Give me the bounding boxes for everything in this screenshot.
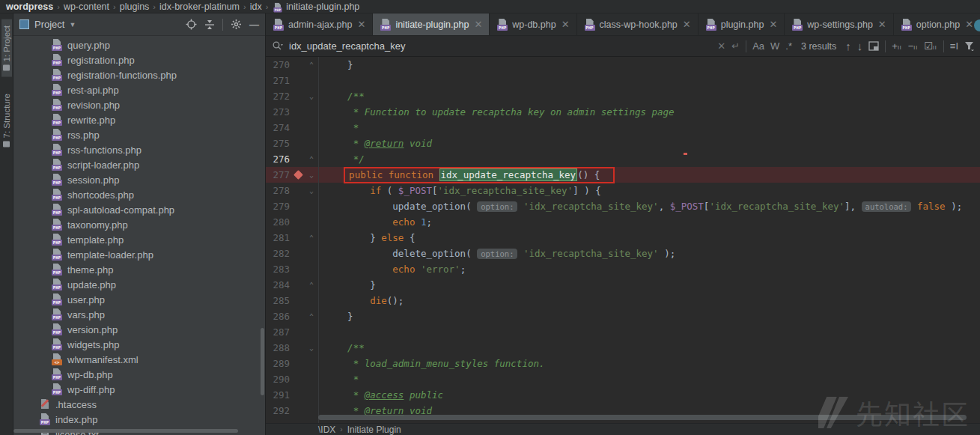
search-icon[interactable] [272, 40, 283, 52]
tree-file-item[interactable]: PHPversion.php [13, 322, 265, 337]
project-panel-title[interactable]: Project [34, 19, 64, 30]
tree-file-item[interactable]: PHPupdate.php [13, 277, 265, 292]
tree-file-item[interactable]: .htaccess [13, 397, 265, 412]
fold-marker-icon[interactable]: ⌄ [305, 183, 318, 198]
tree-file-item[interactable]: <>wlwmanifest.xml [13, 352, 265, 367]
project-horizontal-scrollbar[interactable] [13, 429, 238, 433]
code-line[interactable]: 282 delete_option( option: 'idx_recaptch… [266, 246, 980, 261]
breadcrumb-item[interactable]: wp-content [64, 1, 109, 12]
close-icon[interactable]: ✕ [769, 19, 777, 30]
code-line[interactable]: 274 * [266, 120, 980, 136]
open-in-find-window-icon[interactable] [868, 41, 879, 51]
tree-file-item[interactable]: PHPwidgets.php [13, 337, 265, 352]
code-line[interactable]: 279 update_option( option: 'idx_recaptch… [266, 198, 980, 214]
close-icon[interactable]: ✕ [561, 19, 570, 30]
tree-file-item[interactable]: PHPsession.php [13, 172, 265, 187]
filter-search-results-icon[interactable] [964, 41, 974, 51]
tree-file-item[interactable]: PHPrss-functions.php [13, 142, 265, 157]
code-line[interactable]: 277⌄ public function idx_update_recaptch… [266, 167, 980, 183]
tree-file-item[interactable]: PHPregistration.php [13, 52, 265, 67]
close-icon[interactable]: ✕ [965, 19, 973, 30]
close-icon[interactable]: ✕ [357, 19, 365, 30]
code-line[interactable]: 287 [266, 324, 980, 340]
tree-file-item[interactable]: PHPrewrite.php [13, 112, 265, 127]
editor-tab[interactable]: PHPinitiate-plugin.php✕ [373, 13, 490, 35]
next-occurrence-icon[interactable]: ↓ [857, 40, 863, 52]
tree-file-item[interactable]: PHPrest-api.php [13, 82, 265, 97]
tree-file-item[interactable]: PHPindex.php [13, 412, 265, 427]
locate-file-icon[interactable] [186, 19, 197, 30]
breadcrumb-namespace[interactable]: \IDX [318, 425, 335, 435]
clear-search-icon[interactable]: ✕ [717, 40, 725, 52]
fold-marker-icon[interactable]: ⌃ [305, 277, 318, 293]
tree-file-item[interactable]: PHPregistration-functions.php [13, 67, 265, 82]
code-line[interactable]: 288⌄ /** [266, 340, 980, 356]
editor-tab[interactable]: PHPoption.php✕ [894, 13, 980, 35]
tree-file-item[interactable]: PHPuser.php [13, 292, 265, 307]
code-line[interactable]: 290 * [266, 371, 980, 387]
project-vertical-scrollbar[interactable] [261, 328, 264, 395]
breadcrumb-item[interactable]: initiate-plugin.php [286, 1, 359, 12]
editor-tab[interactable]: PHPwp-db.php✕ [490, 13, 576, 35]
fold-marker-icon[interactable]: ⌃ [305, 419, 318, 423]
breadcrumb-item[interactable]: idx [250, 1, 262, 12]
tree-file-item[interactable]: PHPquery.php [13, 37, 265, 52]
tree-file-item[interactable]: PHPtaxonomy.php [13, 217, 265, 232]
editor-tab[interactable]: PHPplugin.php✕ [699, 13, 785, 35]
gear-icon[interactable] [231, 19, 242, 30]
close-icon[interactable]: ✕ [878, 19, 886, 30]
code-editor[interactable]: 270⌃ }271272⌄ /**273 * Function to updat… [266, 57, 980, 423]
tree-file-item[interactable]: PHPwp-diff.php [13, 382, 265, 397]
fold-marker-icon[interactable]: ⌃ [305, 57, 318, 73]
fold-marker-icon[interactable]: ⌃ [305, 308, 318, 324]
tree-file-item[interactable]: PHPrss.php [13, 127, 265, 142]
code-line[interactable]: 271 [266, 73, 980, 88]
match-case-toggle[interactable]: Aa [752, 40, 764, 52]
code-line[interactable]: 285 die(); [266, 293, 980, 308]
fold-marker-icon[interactable]: ⌄ [305, 167, 318, 183]
filter-lines-icon[interactable]: ≡I [950, 40, 958, 52]
code-line[interactable]: 275 * @return void [266, 136, 980, 151]
code-line[interactable]: 281⌃ } else { [266, 230, 980, 246]
code-line[interactable]: 280 echo 1; [266, 214, 980, 230]
chevron-down-icon[interactable]: ▼ [69, 21, 76, 28]
fold-marker-icon[interactable]: ⌃ [305, 151, 318, 167]
code-line[interactable]: 283 echo 'error'; [266, 261, 980, 277]
search-input[interactable]: idx_update_recaptcha_key [289, 40, 711, 52]
fold-marker-icon[interactable]: ⌄ [305, 340, 318, 356]
editor-tab[interactable]: PHPclass-wp-hook.php✕ [577, 13, 699, 35]
breakpoint-diamond-icon[interactable] [293, 170, 303, 180]
select-all-occurrences-icon[interactable]: ☑II [924, 40, 937, 52]
breadcrumb-item[interactable]: plugins [120, 1, 150, 12]
breakpoint-gutter[interactable] [293, 167, 305, 183]
code-line[interactable]: 273 * Function to update recaptcha key o… [266, 104, 980, 120]
collapse-all-icon[interactable] [204, 19, 215, 30]
tree-file-item[interactable]: PHPshortcodes.php [13, 187, 265, 202]
editor-horizontal-scrollbar[interactable] [318, 415, 967, 420]
newline-icon[interactable]: ↵ [731, 40, 740, 52]
close-icon[interactable]: ✕ [683, 19, 691, 30]
hide-panel-icon[interactable]: — [249, 19, 259, 30]
code-line[interactable]: 291 * @access public [266, 387, 980, 403]
close-icon[interactable]: ✕ [474, 19, 482, 30]
code-line[interactable]: 289 * load_admin_menu_styles function. [266, 356, 980, 371]
toolwindow-project-button[interactable]: 1: Project [1, 19, 12, 77]
remove-occurrence-icon[interactable]: −II [908, 40, 918, 52]
code-line[interactable]: 276⌃ */ [266, 151, 980, 167]
tree-file-item[interactable]: PHPrevision.php [13, 97, 265, 112]
tree-file-item[interactable]: PHPscript-loader.php [13, 157, 265, 172]
regex-toggle[interactable]: .* [785, 40, 792, 52]
breadcrumb-class[interactable]: Initiate Plugin [347, 425, 401, 435]
fold-marker-icon[interactable]: ⌄ [305, 88, 318, 104]
code-line[interactable]: 272⌄ /** [266, 88, 980, 104]
editor-tab[interactable]: PHPadmin-ajax.php✕ [266, 13, 373, 35]
editor-tab[interactable]: PHPwp-settings.php✕ [785, 13, 893, 35]
tree-file-item[interactable]: PHPvars.php [13, 307, 265, 322]
tree-file-item[interactable]: PHPtheme.php [13, 262, 265, 277]
code-line[interactable]: 284⌃ } [266, 277, 980, 293]
code-line[interactable]: 278⌄ if ( $_POST['idx_recaptcha_site_key… [266, 183, 980, 198]
code-line[interactable]: 270⌃ } [266, 57, 980, 73]
tree-file-item[interactable]: PHPspl-autoload-compat.php [13, 202, 265, 217]
tree-file-item[interactable]: PHPtemplate.php [13, 232, 265, 247]
toolwindow-structure-button[interactable]: 7: Structure [1, 88, 12, 153]
